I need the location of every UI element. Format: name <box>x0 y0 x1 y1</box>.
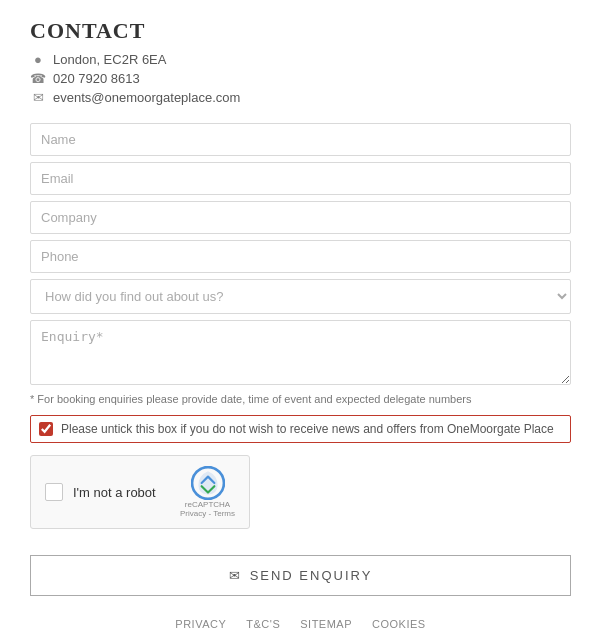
newsletter-checkbox-row: Please untick this box if you do not wis… <box>30 415 571 443</box>
name-input[interactable] <box>30 123 571 156</box>
phone-icon: ☎ <box>30 71 46 86</box>
contact-info: ● London, EC2R 6EA ☎ 020 7920 8613 ✉ eve… <box>30 52 571 109</box>
send-button-label: SEND ENQUIRY <box>250 568 373 583</box>
send-enquiry-button[interactable]: ✉ SEND ENQUIRY <box>30 555 571 596</box>
captcha-widget[interactable]: I'm not a robot reCAPTCHA Privacy - Term… <box>30 455 250 529</box>
company-input[interactable] <box>30 201 571 234</box>
captcha-links-text: Privacy - Terms <box>180 509 235 518</box>
captcha-checkbox[interactable] <box>45 483 63 501</box>
contact-form: How did you find out about us? * For boo… <box>30 123 571 610</box>
email-icon: ✉ <box>30 90 46 105</box>
footer-sitemap-link[interactable]: SITEMAP <box>300 618 352 630</box>
send-envelope-icon: ✉ <box>229 568 242 583</box>
page-container: CONTACT ● London, EC2R 6EA ☎ 020 7920 86… <box>0 0 601 634</box>
captcha-right: reCAPTCHA Privacy - Terms <box>180 466 235 518</box>
location-icon: ● <box>30 52 46 67</box>
captcha-brand-text: reCAPTCHA <box>185 500 230 509</box>
captcha-text: I'm not a robot <box>73 485 156 500</box>
email-input[interactable] <box>30 162 571 195</box>
how-found-select[interactable]: How did you find out about us? <box>30 279 571 314</box>
contact-phone: ☎ 020 7920 8613 <box>30 71 571 86</box>
footer-tcs-link[interactable]: T&C'S <box>246 618 280 630</box>
footer-links: PRIVACY T&C'S SITEMAP COOKIES <box>30 610 571 630</box>
phone-input[interactable] <box>30 240 571 273</box>
footer-cookies-link[interactable]: COOKIES <box>372 618 426 630</box>
contact-address: ● London, EC2R 6EA <box>30 52 571 67</box>
booking-note: * For booking enquiries please provide d… <box>30 393 571 405</box>
recaptcha-logo-icon <box>191 466 225 500</box>
address-text: London, EC2R 6EA <box>53 52 166 67</box>
footer-privacy-link[interactable]: PRIVACY <box>175 618 226 630</box>
newsletter-label: Please untick this box if you do not wis… <box>61 422 554 436</box>
newsletter-checkbox[interactable] <box>39 422 53 436</box>
page-title: CONTACT <box>30 18 571 44</box>
email-text: events@onemoorgateplace.com <box>53 90 240 105</box>
contact-email: ✉ events@onemoorgateplace.com <box>30 90 571 105</box>
enquiry-textarea[interactable] <box>30 320 571 385</box>
phone-text: 020 7920 8613 <box>53 71 140 86</box>
captcha-left: I'm not a robot <box>45 483 156 501</box>
